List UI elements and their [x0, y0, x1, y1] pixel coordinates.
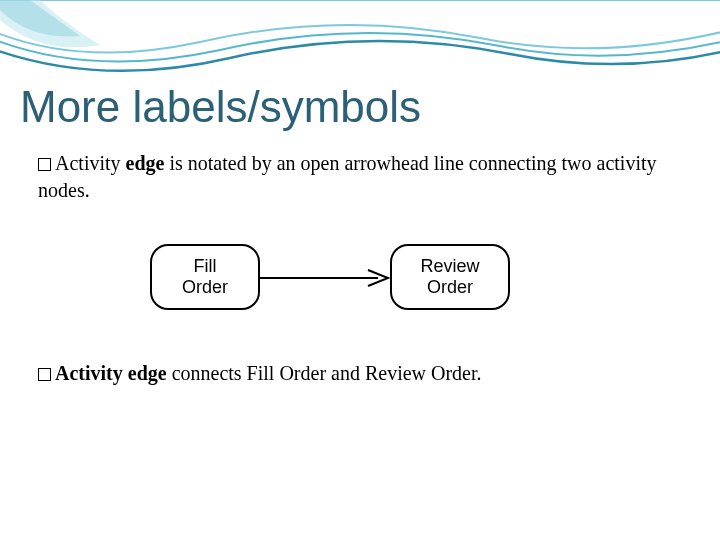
slide-content: More labels/symbols Activity edge is not… [20, 82, 700, 399]
bullet-square-icon [38, 158, 51, 171]
text-activity: Activity [55, 152, 126, 174]
activity-edge-arrow [260, 268, 390, 288]
node-review-order: Review Order [390, 244, 510, 310]
bullet-square-icon [38, 368, 51, 381]
activity-edge-diagram: Fill Order Review Order [150, 232, 510, 332]
text-activity-edge-bold: Activity edge [55, 362, 167, 384]
bullet-activity-edge-definition: Activity edge is notated by an open arro… [38, 150, 700, 204]
bullet-activity-edge-example: Activity edge connects Fill Order and Re… [38, 360, 700, 387]
slide-title: More labels/symbols [20, 82, 700, 132]
text-edge-bold: edge [126, 152, 165, 174]
node-fill-order: Fill Order [150, 244, 260, 310]
text-example-rest: connects Fill Order and Review Order. [167, 362, 482, 384]
